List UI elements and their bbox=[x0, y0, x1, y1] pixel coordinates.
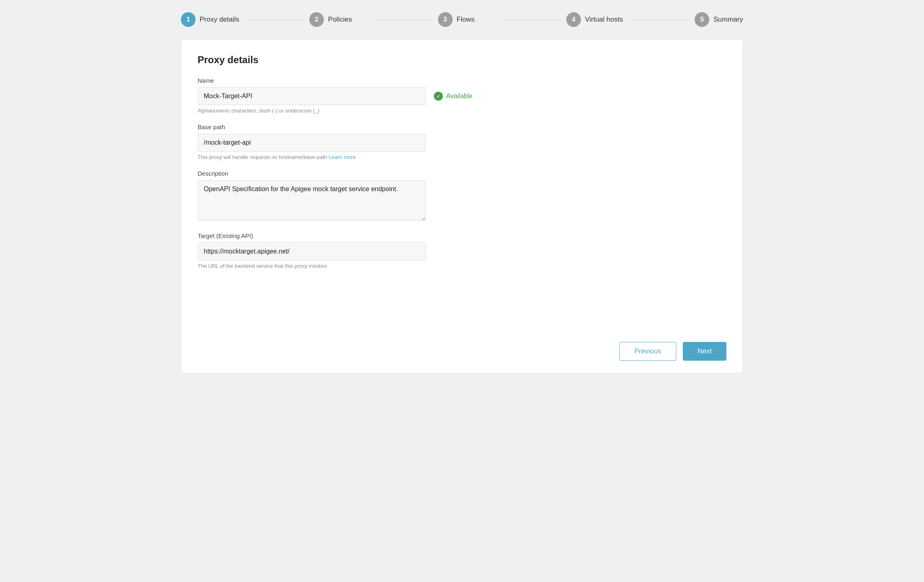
page-container: 1 Proxy details 2 Policies 3 Flows 4 Vir… bbox=[181, 8, 743, 373]
name-input[interactable] bbox=[198, 87, 426, 105]
stepper: 1 Proxy details 2 Policies 3 Flows 4 Vir… bbox=[181, 8, 743, 31]
previous-button[interactable]: Previous bbox=[619, 342, 676, 361]
availability-text: Available bbox=[446, 93, 473, 100]
target-input[interactable] bbox=[198, 242, 426, 260]
step-line-2 bbox=[374, 20, 433, 20]
step-3-circle: 3 bbox=[438, 12, 453, 27]
step-1-circle: 1 bbox=[181, 12, 196, 27]
base-path-section: Base path This proxy will handle request… bbox=[198, 123, 726, 160]
base-path-input[interactable] bbox=[198, 134, 426, 152]
name-section: Name ✓ Available Alphanumeric characters… bbox=[198, 77, 726, 114]
target-section: Target (Existing API) The URL of the bac… bbox=[198, 232, 726, 269]
step-line-4 bbox=[631, 20, 690, 20]
step-2-circle: 2 bbox=[309, 12, 324, 27]
step-2-label: Policies bbox=[328, 15, 352, 24]
step-1-label: Proxy details bbox=[200, 15, 239, 24]
target-label: Target (Existing API) bbox=[198, 232, 726, 239]
step-3-label: Flows bbox=[457, 15, 475, 24]
step-2[interactable]: 2 Policies bbox=[309, 12, 369, 27]
card-footer: Previous Next bbox=[198, 330, 726, 361]
main-card: Proxy details Name ✓ Available Alphanume… bbox=[181, 39, 743, 373]
base-path-hint-container: This proxy will handle requests on hostn… bbox=[198, 154, 726, 160]
next-button[interactable]: Next bbox=[683, 342, 726, 361]
availability-badge: ✓ Available bbox=[434, 92, 473, 101]
description-section: Description bbox=[198, 170, 726, 223]
page-title: Proxy details bbox=[198, 54, 726, 66]
name-input-row: ✓ Available bbox=[198, 87, 726, 105]
name-hint: Alphanumeric characters, dash (-) or und… bbox=[198, 108, 726, 114]
step-4[interactable]: 4 Virtual hosts bbox=[566, 12, 626, 27]
step-5-circle: 5 bbox=[695, 12, 709, 27]
target-hint: The URL of the backend service that this… bbox=[198, 263, 726, 269]
base-path-label: Base path bbox=[198, 123, 726, 130]
step-5-label: Summary bbox=[713, 15, 743, 24]
step-line-1 bbox=[245, 20, 305, 20]
learn-more-link[interactable]: Learn more bbox=[329, 154, 356, 160]
description-label: Description bbox=[198, 170, 726, 177]
name-label: Name bbox=[198, 77, 726, 84]
step-line-3 bbox=[502, 20, 561, 20]
step-4-circle: 4 bbox=[566, 12, 581, 27]
step-4-label: Virtual hosts bbox=[585, 15, 623, 24]
step-3[interactable]: 3 Flows bbox=[438, 12, 497, 27]
step-1[interactable]: 1 Proxy details bbox=[181, 12, 240, 27]
base-path-hint: This proxy will handle requests on hostn… bbox=[198, 154, 327, 160]
step-5[interactable]: 5 Summary bbox=[695, 12, 743, 27]
description-textarea[interactable] bbox=[198, 180, 426, 221]
available-icon: ✓ bbox=[434, 92, 443, 101]
